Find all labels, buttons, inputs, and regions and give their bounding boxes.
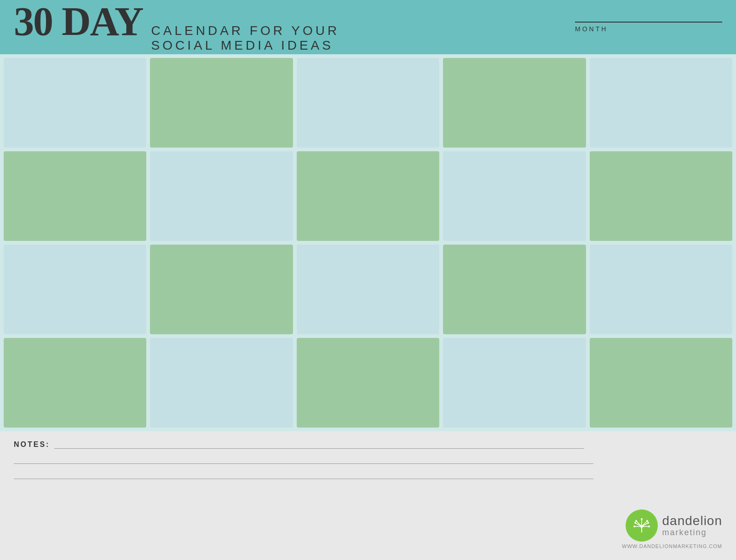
calendar-cell-12 [150,245,293,334]
calendar-cell-4 [443,58,586,148]
subtitle-block: CALENDAR FOR YOUR SOCIAL MEDIA IDEAS [151,23,340,53]
notes-line-3 [14,479,593,479]
calendar-cell-16 [4,338,146,428]
calendar-cell-19 [443,338,586,428]
notes-lines: NOTES: [14,440,722,479]
brand-text-block: dandelion marketing [662,514,722,537]
brand-subtitle: marketing [662,528,722,537]
month-label: MONTH [575,24,608,33]
calendar-cell-6 [4,151,146,241]
header-title-group: 30 DAY CALENDAR FOR YOUR SOCIAL MEDIA ID… [14,1,339,53]
notes-line-2 [14,463,593,464]
dandelion-svg-icon [631,515,652,536]
svg-point-2 [641,518,643,520]
month-field: MONTH [575,22,722,33]
calendar-cell-3 [297,58,439,148]
calendar-cell-18 [297,338,439,428]
month-input-line [575,22,722,23]
svg-point-15 [640,525,643,528]
calendar-cell-15 [590,245,732,334]
notes-label-row: NOTES: [14,440,722,449]
calendar-grid [0,54,736,431]
notes-line-1 [54,448,584,449]
svg-point-12 [635,520,637,522]
main-title-number: 30 DAY [14,1,143,42]
brand-logo-area: dandelion marketing WWW.DANDELIONMARKETI… [622,509,722,549]
notes-section: NOTES: [0,431,736,560]
calendar-cell-14 [443,245,586,334]
calendar-cell-11 [4,245,146,334]
dandelion-logo-circle [626,509,658,542]
calendar-cell-1 [4,58,146,148]
calendar-cell-5 [590,58,732,148]
calendar-cell-20 [590,338,732,428]
calendar-cell-13 [297,245,439,334]
calendar-cell-17 [150,338,293,428]
calendar-cell-9 [443,151,586,241]
notes-label: NOTES: [14,440,50,449]
calendar-cell-10 [590,151,732,241]
svg-point-8 [633,526,635,527]
svg-point-10 [648,526,650,527]
brand-name: dandelion [662,514,722,528]
brand-url: WWW.DANDELIONMARKETING.COM [622,543,722,549]
subtitle-line2: SOCIAL MEDIA IDEAS [151,38,340,53]
subtitle-line1: CALENDAR FOR YOUR [151,23,340,38]
svg-point-6 [647,522,649,524]
svg-point-4 [634,522,636,524]
calendar-cell-8 [297,151,439,241]
calendar-cell-2 [150,58,293,148]
page-header: 30 DAY CALENDAR FOR YOUR SOCIAL MEDIA ID… [0,0,736,54]
svg-point-14 [646,520,648,522]
logo-inner: dandelion marketing [626,509,722,542]
calendar-cell-7 [150,151,293,241]
